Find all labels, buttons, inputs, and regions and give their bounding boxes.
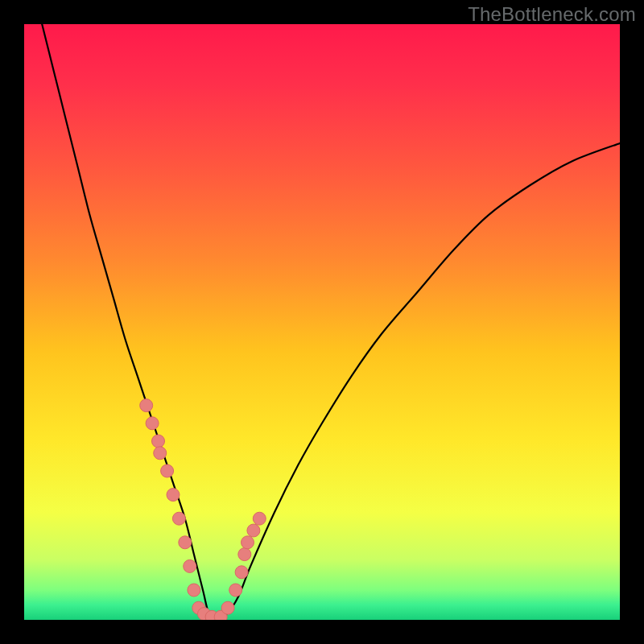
highlight-marker [140, 399, 153, 412]
highlight-marker [238, 548, 251, 561]
highlight-marker [146, 417, 159, 430]
highlight-marker [235, 566, 248, 579]
highlight-marker [161, 464, 174, 477]
highlight-marker [154, 447, 167, 460]
plot-area [24, 24, 620, 620]
highlight-marker [172, 512, 185, 525]
highlight-marker [167, 489, 180, 502]
highlight-marker [179, 536, 192, 549]
highlight-marker [242, 536, 254, 549]
highlight-marker [152, 435, 165, 448]
highlight-marker [253, 512, 266, 525]
curve-layer [24, 24, 620, 620]
chart-frame: TheBottleneck.com [0, 0, 644, 644]
highlight-marker [229, 584, 242, 597]
bottleneck-curve [42, 24, 620, 620]
highlight-marker [221, 601, 234, 614]
highlight-marker [247, 524, 260, 537]
highlight-marker [188, 584, 200, 597]
watermark-text: TheBottleneck.com [468, 3, 636, 26]
highlight-marker [184, 559, 196, 572]
